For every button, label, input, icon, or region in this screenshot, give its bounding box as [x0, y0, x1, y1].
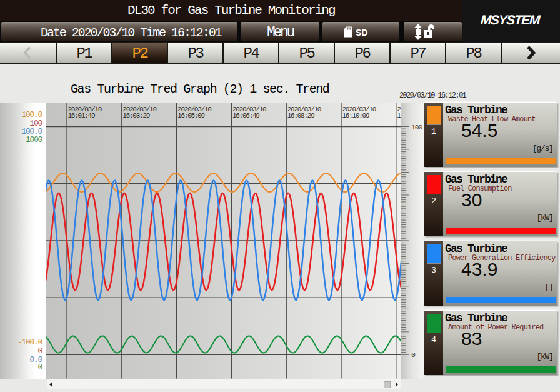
svg-text:16:06:49: 16:06:49	[232, 112, 259, 119]
svg-text:16:11:49: 16:11:49	[397, 112, 401, 119]
svg-text:16:01:49: 16:01:49	[68, 112, 95, 119]
svg-text:16:10:09: 16:10:09	[342, 112, 369, 119]
svg-text:16:08:29: 16:08:29	[288, 112, 314, 119]
svg-text:16:05:09: 16:05:09	[178, 112, 204, 119]
svg-text:100: 100	[411, 123, 423, 131]
svg-text:0: 0	[411, 351, 416, 359]
svg-text:16:03:29: 16:03:29	[122, 112, 149, 119]
